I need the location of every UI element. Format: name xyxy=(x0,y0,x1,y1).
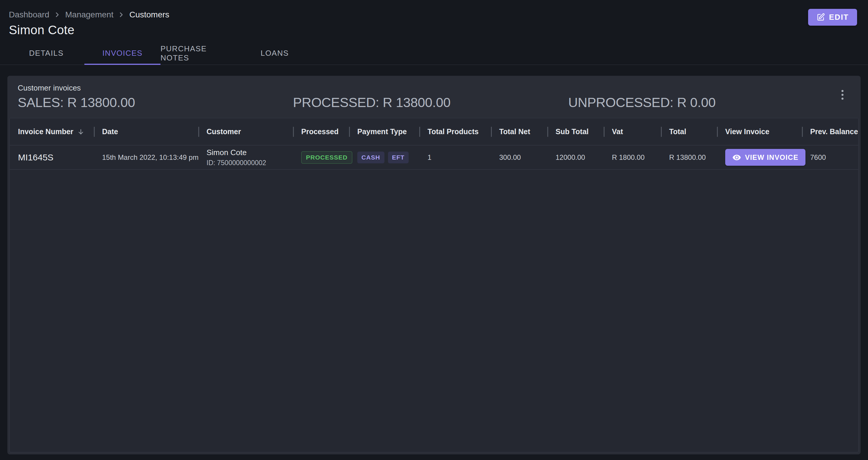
invoice-table-row: MI1645S 15th March 2022, 10:13:49 pm Sim… xyxy=(10,145,858,169)
column-header-vat[interactable]: Vat xyxy=(603,118,661,145)
invoice-date: 15th March 2022, 10:13:49 pm xyxy=(102,153,198,162)
payment-type-badge-eft: EFT xyxy=(388,152,409,163)
payment-type-badge-cash: CASH xyxy=(357,152,384,163)
stat-sales: SALES: R 13800.00 xyxy=(18,95,293,110)
processed-status-badge: PROCESSED xyxy=(301,151,352,164)
card-header: Customer invoices SALES: R 13800.00 PROC… xyxy=(7,76,861,116)
column-header-date[interactable]: Date xyxy=(94,118,198,145)
page-title: Simon Cote xyxy=(9,23,858,37)
chevron-right-icon xyxy=(53,11,61,19)
topbar: Dashboard Management Customers Simon Cot… xyxy=(0,0,868,37)
view-invoice-button[interactable]: VIEW INVOICE xyxy=(725,149,805,166)
invoices-table: Invoice Number Date Customer Processed P… xyxy=(9,118,859,452)
column-header-invoice-number[interactable]: Invoice Number xyxy=(10,118,94,145)
vat-value: R 1800.00 xyxy=(612,153,645,162)
tab-details[interactable]: DETAILS xyxy=(8,42,84,65)
customer-invoices-card: Customer invoices SALES: R 13800.00 PROC… xyxy=(7,76,861,454)
view-invoice-label: VIEW INVOICE xyxy=(745,153,798,162)
breadcrumb-item-customers[interactable]: Customers xyxy=(129,10,169,20)
tab-invoices[interactable]: INVOICES xyxy=(84,42,160,65)
breadcrumb: Dashboard Management Customers xyxy=(9,10,858,20)
column-header-total-net[interactable]: Total Net xyxy=(491,118,547,145)
tab-bar: DETAILS INVOICES PURCHASE NOTES LOANS xyxy=(0,42,868,65)
tab-loans[interactable]: LOANS xyxy=(237,42,313,65)
column-header-total-products[interactable]: Total Products xyxy=(419,118,491,145)
column-header-prev-balance[interactable]: Prev. Balance xyxy=(802,118,858,145)
sub-total-value: 12000.00 xyxy=(556,153,585,162)
table-empty-area xyxy=(10,169,858,452)
total-net-value: 300.00 xyxy=(499,153,521,162)
column-header-customer[interactable]: Customer xyxy=(198,118,293,145)
stat-processed: PROCESSED: R 13800.00 xyxy=(293,95,568,110)
column-header-sub-total[interactable]: Sub Total xyxy=(547,118,603,145)
sort-descending-icon xyxy=(77,128,85,136)
chevron-right-icon xyxy=(117,11,125,19)
column-header-payment-type[interactable]: Payment Type xyxy=(349,118,419,145)
column-header-processed[interactable]: Processed xyxy=(293,118,349,145)
customer-name: Simon Cote xyxy=(207,148,266,157)
tab-purchase-notes[interactable]: PURCHASE NOTES xyxy=(160,42,237,65)
breadcrumb-item-dashboard[interactable]: Dashboard xyxy=(9,10,49,20)
eye-icon xyxy=(732,153,741,162)
customer-id: ID: 7500000000002 xyxy=(207,159,266,167)
edit-button[interactable]: EDIT xyxy=(808,9,857,26)
column-header-total[interactable]: Total xyxy=(661,118,717,145)
total-value: R 13800.00 xyxy=(669,153,706,162)
stat-unprocessed: UNPROCESSED: R 0.00 xyxy=(568,95,850,110)
invoice-number: MI1645S xyxy=(18,153,53,162)
edit-button-label: EDIT xyxy=(829,13,849,22)
column-header-view-invoice[interactable]: View Invoice xyxy=(717,118,802,145)
prev-balance-value: 7600 xyxy=(810,153,826,162)
breadcrumb-item-management[interactable]: Management xyxy=(65,10,113,20)
invoice-stats: SALES: R 13800.00 PROCESSED: R 13800.00 … xyxy=(18,95,850,110)
kebab-menu-icon[interactable] xyxy=(840,88,845,101)
total-products-value: 1 xyxy=(428,153,431,162)
table-header-row: Invoice Number Date Customer Processed P… xyxy=(10,118,858,145)
card-title: Customer invoices xyxy=(18,84,850,93)
edit-icon xyxy=(816,13,825,22)
